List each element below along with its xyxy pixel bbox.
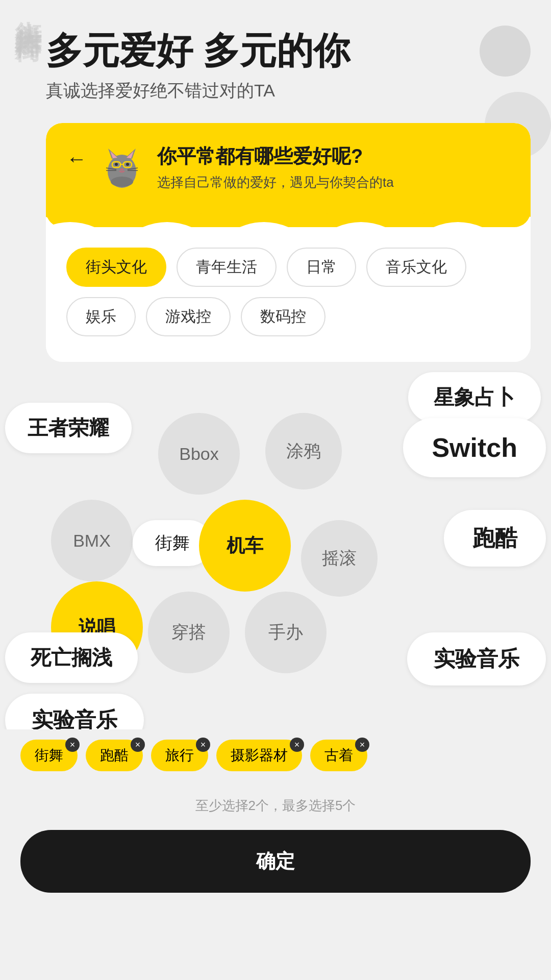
bottom-section: 至少选择2个，最多选择5个 确定	[0, 781, 551, 913]
selected-tags-area: 街舞 × 跑酷 × 旅行 × 摄影器材 × 古着 ×	[0, 729, 551, 781]
bubble-experimental-music[interactable]: 实验音乐	[5, 694, 144, 729]
hint-text: 至少选择2个，最多选择5个	[20, 797, 531, 815]
bubble-honor-of-kings[interactable]: 王者荣耀	[5, 403, 132, 453]
bubble-death-stranding[interactable]: 实验音乐	[407, 632, 546, 685]
yellow-header: ←	[46, 123, 531, 227]
bubble-motorcycle[interactable]: 摇滚	[301, 520, 378, 597]
remove-parkour[interactable]: ×	[131, 738, 145, 752]
bubble-rock[interactable]: 跑酷	[444, 510, 546, 567]
bubble-street-dance[interactable]: 机车	[199, 500, 291, 592]
svg-point-9	[115, 163, 118, 166]
selected-tag-vintage[interactable]: 古着 ×	[310, 740, 367, 771]
svg-point-10	[126, 163, 129, 166]
tag-row-2: 娱乐 游戏控 数码控	[66, 297, 510, 336]
bubbles-area: 星象占卜 王者荣耀 Bbox 涂鸦 Switch BMX 街舞 机车 摇滚 跑酷…	[0, 362, 551, 729]
bubble-astrology[interactable]: 星象占卜	[408, 372, 541, 423]
bubble-switch[interactable]: Switch	[403, 418, 546, 477]
remove-photography[interactable]: ×	[290, 738, 304, 752]
bubble-skateboard[interactable]: BMX	[51, 500, 133, 581]
tag-music-culture[interactable]: 音乐文化	[366, 248, 466, 287]
bubble-bbox[interactable]: Bbox	[158, 413, 240, 495]
tag-street-culture[interactable]: 街头文化	[66, 248, 166, 287]
wave-divider	[46, 202, 531, 227]
selected-tag-parkour[interactable]: 跑酷 ×	[86, 740, 143, 771]
remove-vintage[interactable]: ×	[355, 738, 369, 752]
bubble-rap[interactable]: 穿搭	[148, 592, 230, 673]
selected-tag-photography[interactable]: 摄影器材 ×	[216, 740, 302, 771]
cat-icon	[99, 143, 145, 189]
remove-street-dance[interactable]: ×	[65, 738, 80, 752]
hero-subtitle: 真诚选择爱好绝不错过对的TA	[46, 79, 531, 103]
selected-tag-street-dance[interactable]: 街舞 ×	[20, 740, 78, 771]
bubble-figure[interactable]: 死亡搁浅	[5, 632, 138, 683]
svg-point-16	[111, 177, 133, 187]
confirm-button[interactable]: 确定	[20, 830, 531, 893]
bubble-graffiti[interactable]: 涂鸦	[265, 413, 342, 489]
bubble-fashion[interactable]: 手办	[245, 592, 327, 673]
tag-youth-life[interactable]: 青年生活	[177, 248, 277, 287]
tag-entertainment[interactable]: 娱乐	[66, 297, 136, 336]
card-description: 选择自己常做的爱好，遇见与你契合的ta	[157, 174, 510, 191]
remove-travel[interactable]: ×	[196, 738, 210, 752]
tag-digital[interactable]: 数码控	[241, 297, 325, 336]
svg-point-11	[120, 168, 123, 170]
hero-title: 多元爱好 多元的你	[46, 31, 531, 71]
back-button[interactable]: ←	[66, 148, 87, 170]
tag-row-1: 街头文化 青年生活 日常 音乐文化	[66, 248, 510, 287]
tag-daily[interactable]: 日常	[287, 248, 356, 287]
tag-gaming[interactable]: 游戏控	[146, 297, 231, 336]
tags-section: 街头文化 青年生活 日常 音乐文化 娱乐 游戏控 数码控	[46, 227, 531, 362]
hobby-card: ←	[46, 123, 531, 362]
selected-tag-travel[interactable]: 旅行 ×	[151, 740, 208, 771]
card-question: 你平常都有哪些爱好呢?	[157, 143, 510, 169]
